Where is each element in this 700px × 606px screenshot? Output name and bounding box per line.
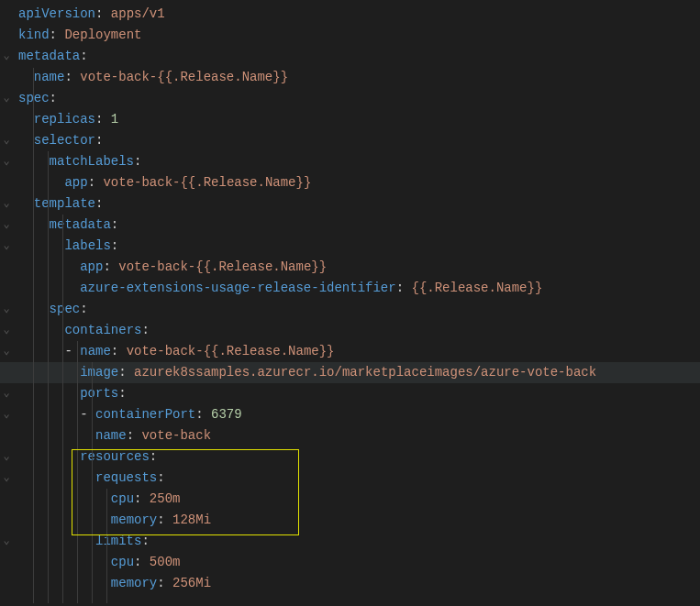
fold-icon[interactable]: ⌄ (3, 193, 9, 215)
fold-icon[interactable]: ⌄ (3, 215, 9, 236)
code-line: ⌄ requests: (0, 468, 700, 489)
code-line: ⌄ resources: (0, 446, 700, 468)
fold-icon[interactable]: ⌄ (3, 383, 9, 404)
fold-icon[interactable]: ⌄ (3, 446, 9, 468)
fold-icon[interactable]: ⌄ (3, 320, 9, 341)
code-line: name: vote-back (0, 425, 700, 446)
code-line: ⌄ matchLabels: (0, 151, 700, 172)
code-line: app: vote-back-{{.Release.Name}} (0, 257, 700, 278)
code-line: ⌄ spec: (0, 88, 700, 109)
code-line: ⌄ labels: (0, 236, 700, 257)
code-line: ⌄ - name: vote-back-{{.Release.Name}} (0, 341, 700, 362)
fold-icon[interactable]: ⌄ (3, 404, 9, 425)
fold-icon[interactable]: ⌄ (3, 130, 9, 151)
code-line: ⌄ containers: (0, 320, 700, 341)
code-editor[interactable]: apiVersion: apps/v1 kind: Deployment ⌄ m… (0, 0, 700, 594)
code-line: kind: Deployment (0, 25, 700, 46)
code-line: app: vote-back-{{.Release.Name}} (0, 172, 700, 193)
code-line: ⌄ metadata: (0, 215, 700, 236)
code-line: name: vote-back-{{.Release.Name}} (0, 67, 700, 88)
code-line: ⌄ template: (0, 193, 700, 215)
code-line: ⌄ limits: (0, 531, 700, 552)
fold-icon[interactable]: ⌄ (3, 531, 9, 552)
code-line: replicas: 1 (0, 109, 700, 130)
code-line: memory: 128Mi (0, 510, 700, 531)
code-line: ⌄ ports: (0, 383, 700, 404)
fold-icon[interactable]: ⌄ (3, 236, 9, 257)
fold-icon[interactable]: ⌄ (3, 151, 9, 172)
code-line: ⌄ - containerPort: 6379 (0, 404, 700, 425)
code-line: memory: 256Mi (0, 573, 700, 594)
code-line-active: image: azurek8ssamples.azurecr.io/market… (0, 362, 700, 383)
fold-icon[interactable]: ⌄ (3, 468, 9, 489)
fold-icon[interactable]: ⌄ (3, 46, 9, 67)
code-line: ⌄ spec: (0, 299, 700, 320)
code-line: cpu: 250m (0, 489, 700, 510)
fold-icon[interactable]: ⌄ (3, 341, 9, 362)
code-line: ⌄ selector: (0, 130, 700, 151)
code-line: ⌄ metadata: (0, 46, 700, 67)
code-line: apiVersion: apps/v1 (0, 4, 700, 25)
code-line: cpu: 500m (0, 552, 700, 573)
fold-icon[interactable]: ⌄ (3, 299, 9, 320)
fold-icon[interactable]: ⌄ (3, 88, 9, 109)
code-line: azure-extensions-usage-release-identifie… (0, 278, 700, 299)
